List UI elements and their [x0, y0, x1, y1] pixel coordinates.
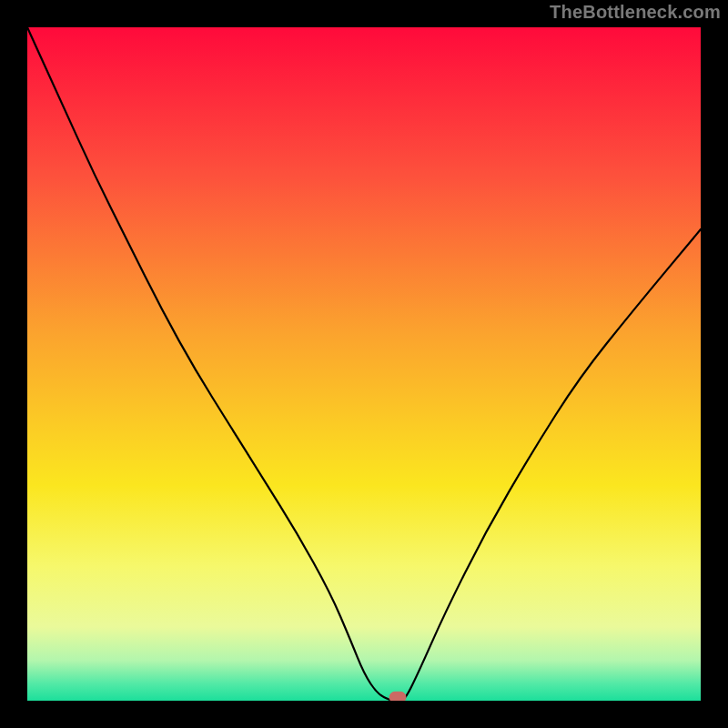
chart-container: TheBottleneck.com: [0, 0, 728, 728]
plot-area: [27, 27, 701, 701]
optimal-marker: [389, 692, 406, 701]
gradient-background: [27, 27, 701, 701]
watermark-text: TheBottleneck.com: [550, 2, 721, 23]
chart-svg: [27, 27, 701, 701]
